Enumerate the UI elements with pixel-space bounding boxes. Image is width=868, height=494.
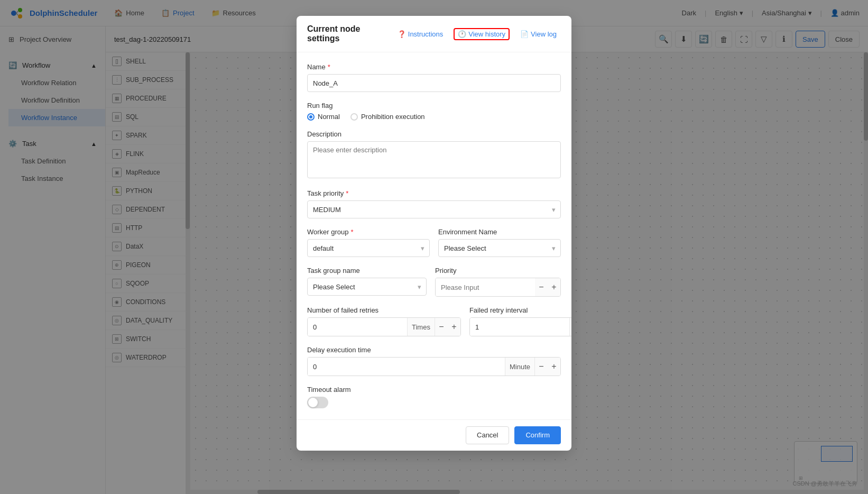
failed-retries-label: Number of failed retries bbox=[307, 306, 461, 314]
priority-group: Priority − + bbox=[435, 267, 561, 297]
priority-label: Priority bbox=[435, 267, 561, 275]
name-group: Name * bbox=[307, 63, 561, 92]
modal-footer: Cancel Confirm bbox=[297, 419, 571, 451]
env-name-label: Environment Name bbox=[438, 228, 561, 236]
failed-retries-decrement-btn[interactable]: − bbox=[435, 318, 448, 336]
delay-exec-increment-btn[interactable]: + bbox=[548, 358, 560, 376]
retry-interval-input-wrapper: Minute − + bbox=[469, 317, 571, 336]
delay-exec-decrement-btn[interactable]: − bbox=[535, 358, 548, 376]
worker-env-row: Worker group * default Environment Name … bbox=[307, 228, 561, 267]
run-flag-label: Run flag bbox=[307, 102, 561, 109]
timeout-alarm-label: Timeout alarm bbox=[307, 386, 561, 394]
delay-exec-input-wrapper: Minute − + bbox=[307, 357, 561, 376]
current-node-settings-modal: Current node settings ❓ Instructions 🕐 V… bbox=[297, 16, 571, 451]
failed-retries-unit: Times bbox=[407, 318, 435, 336]
radio-prohibition-circle bbox=[350, 113, 358, 121]
task-priority-label: Task priority * bbox=[307, 189, 561, 197]
worker-group-required: * bbox=[351, 228, 354, 236]
view-history-button[interactable]: 🕐 View history bbox=[454, 28, 510, 40]
timeout-alarm-toggle[interactable] bbox=[307, 397, 328, 408]
instructions-button[interactable]: ❓ Instructions bbox=[393, 28, 447, 40]
description-group: Description bbox=[307, 130, 561, 180]
instructions-icon: ❓ bbox=[398, 30, 406, 38]
priority-input-wrapper: − + bbox=[435, 278, 561, 297]
task-group-name-select-wrapper: Please Select bbox=[307, 278, 427, 296]
priority-input[interactable] bbox=[436, 278, 535, 296]
description-input[interactable] bbox=[307, 141, 561, 178]
priority-decrement-btn[interactable]: − bbox=[535, 278, 548, 296]
task-priority-select-wrapper: MEDIUM HIGH LOW bbox=[307, 200, 561, 218]
name-input[interactable] bbox=[307, 74, 561, 92]
delay-exec-unit: Minute bbox=[505, 358, 534, 376]
delay-exec-input[interactable] bbox=[308, 358, 505, 376]
retry-interval-input[interactable] bbox=[470, 318, 569, 336]
worker-group-select[interactable]: default bbox=[307, 239, 430, 257]
worker-group-label: Worker group * bbox=[307, 228, 430, 236]
modal-header: Current node settings ❓ Instructions 🕐 V… bbox=[297, 16, 571, 52]
task-group-name-select[interactable]: Please Select bbox=[307, 278, 427, 296]
retries-interval-row: Number of failed retries Times − + Faile… bbox=[307, 306, 561, 346]
script-label: Script * bbox=[307, 418, 561, 419]
modal-body: Name * Run flag Normal Prohibition execu… bbox=[297, 52, 571, 419]
task-group-name-label: Task group name bbox=[307, 267, 427, 275]
cancel-button[interactable]: Cancel bbox=[466, 426, 509, 444]
timeout-alarm-group: Timeout alarm bbox=[307, 386, 561, 408]
log-icon: 📄 bbox=[520, 30, 529, 38]
confirm-button[interactable]: Confirm bbox=[514, 426, 561, 444]
script-required: * bbox=[327, 418, 329, 419]
run-flag-normal[interactable]: Normal bbox=[307, 113, 340, 121]
modal-title: Current node settings bbox=[307, 24, 387, 43]
view-log-button[interactable]: 📄 View log bbox=[516, 28, 561, 40]
delay-exec-label: Delay execution time bbox=[307, 346, 561, 354]
timeout-alarm-toggle-thumb bbox=[308, 398, 318, 407]
task-priority-group: Task priority * MEDIUM HIGH LOW bbox=[307, 189, 561, 218]
radio-normal-circle bbox=[307, 113, 315, 121]
modal-overlay: Current node settings ❓ Instructions 🕐 V… bbox=[0, 0, 868, 494]
name-label: Name * bbox=[307, 63, 561, 71]
run-flag-group: Run flag Normal Prohibition execution bbox=[307, 102, 561, 121]
failed-retries-input[interactable] bbox=[308, 318, 407, 336]
env-name-group: Environment Name Please Select bbox=[438, 228, 561, 257]
taskgroup-priority-row: Task group name Please Select Priority −… bbox=[307, 267, 561, 306]
env-name-select[interactable]: Please Select bbox=[438, 239, 561, 257]
task-priority-select[interactable]: MEDIUM HIGH LOW bbox=[307, 200, 561, 218]
failed-retries-input-wrapper: Times − + bbox=[307, 317, 461, 336]
delay-exec-btns: − + bbox=[534, 358, 560, 376]
retry-interval-label: Failed retry interval bbox=[469, 306, 571, 314]
task-priority-required: * bbox=[346, 189, 348, 197]
name-required: * bbox=[328, 63, 330, 71]
failed-retries-group: Number of failed retries Times − + bbox=[307, 306, 461, 336]
task-group-name-group: Task group name Please Select bbox=[307, 267, 427, 297]
run-flag-prohibition[interactable]: Prohibition execution bbox=[350, 113, 425, 121]
worker-group-select-wrapper: default bbox=[307, 239, 430, 257]
env-name-select-wrapper: Please Select bbox=[438, 239, 561, 257]
worker-group-group: Worker group * default bbox=[307, 228, 430, 257]
script-group: Script * bbox=[307, 418, 561, 419]
failed-retries-increment-btn[interactable]: + bbox=[448, 318, 460, 336]
description-label: Description bbox=[307, 130, 561, 138]
retry-interval-unit: Minute bbox=[569, 318, 571, 336]
delay-exec-group: Delay execution time Minute − + bbox=[307, 346, 561, 376]
history-icon: 🕐 bbox=[458, 30, 466, 38]
retry-interval-group: Failed retry interval Minute − + bbox=[469, 306, 571, 336]
failed-retries-btns: − + bbox=[435, 318, 460, 336]
priority-increment-btn[interactable]: + bbox=[548, 278, 560, 296]
run-flag-options: Normal Prohibition execution bbox=[307, 113, 561, 121]
